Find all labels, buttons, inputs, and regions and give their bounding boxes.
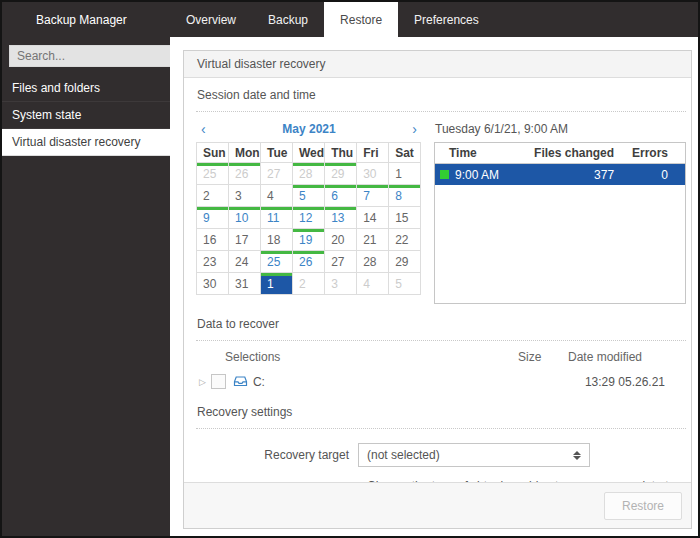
- weekday-tue: Tue: [261, 143, 293, 163]
- calendar-day-12[interactable]: 12: [293, 207, 325, 229]
- section-data-to-recover: Data to recover: [196, 307, 686, 341]
- calendar-week-row: 2526272829301: [197, 163, 421, 185]
- calendar-day-29[interactable]: 29: [389, 251, 421, 273]
- session-cell: 377: [515, 164, 618, 186]
- sidebar: Files and foldersSystem stateVirtual dis…: [2, 37, 170, 536]
- calendar-day-17[interactable]: 17: [229, 229, 261, 251]
- tab-bar: OverviewBackupRestorePreferences: [170, 2, 495, 37]
- session-panel: Tuesday 6/1/21, 9:00 AM TimeFiles change…: [434, 116, 686, 304]
- calendar-day-20[interactable]: 20: [325, 229, 357, 251]
- recovery-target-select[interactable]: (not selected): [358, 443, 590, 467]
- calendar-day-23[interactable]: 23: [197, 251, 229, 273]
- calendar-day-5[interactable]: 5: [293, 185, 325, 207]
- calendar-day-26[interactable]: 26: [293, 251, 325, 273]
- session-column-files-changed: Files changed: [515, 143, 618, 164]
- recovery-target-row: Recovery target (not selected): [196, 443, 686, 467]
- calendar-weekday-row: SunMonTueWedThuFriSat: [197, 143, 421, 163]
- panel-footer: Restore: [184, 482, 691, 528]
- calendar-week-row: 23242526272829: [197, 251, 421, 273]
- selection-checkbox[interactable]: [211, 374, 226, 389]
- sidebar-item-virtual-disaster-recovery[interactable]: Virtual disaster recovery: [2, 129, 170, 156]
- calendar-day-15[interactable]: 15: [389, 207, 421, 229]
- section-recovery-settings: Recovery settings: [196, 395, 686, 429]
- search-row: [2, 37, 170, 73]
- panel-body: Session date and time ‹ May 2021 › SunMo…: [184, 78, 691, 482]
- calendar-day-22[interactable]: 22: [389, 229, 421, 251]
- calendar-day-26: 26: [229, 163, 261, 185]
- tab-preferences[interactable]: Preferences: [398, 2, 495, 37]
- calendar-header: ‹ May 2021 ›: [196, 116, 422, 142]
- calendar-day-2: 2: [293, 273, 325, 295]
- session-cell: 9:00 AM: [435, 164, 515, 186]
- session-table: TimeFiles changedErrors 9:00 AM3770: [435, 143, 685, 185]
- calendar-table: SunMonTueWedThuFriSat 252627282930123456…: [196, 142, 421, 295]
- calendar-day-27[interactable]: 27: [325, 251, 357, 273]
- calendar-day-18[interactable]: 18: [261, 229, 293, 251]
- column-selections: Selections: [196, 350, 518, 364]
- calendar-next-icon[interactable]: ›: [412, 122, 417, 136]
- calendar-day-2[interactable]: 2: [197, 185, 229, 207]
- session-table-body: 9:00 AM3770: [435, 164, 685, 186]
- session-table-header: TimeFiles changedErrors: [435, 143, 685, 164]
- calendar-day-11[interactable]: 11: [261, 207, 293, 229]
- top-bar: Backup Manager OverviewBackupRestorePref…: [2, 2, 698, 37]
- calendar-day-25[interactable]: 25: [261, 251, 293, 273]
- recover-table-rows: ▷C:13:29 05.26.21: [196, 370, 686, 395]
- weekday-sat: Sat: [389, 143, 421, 163]
- calendar: ‹ May 2021 › SunMonTueWedThuFriSat 25262…: [196, 116, 422, 304]
- sidebar-item-system-state[interactable]: System state: [2, 102, 170, 129]
- calendar-day-6[interactable]: 6: [325, 185, 357, 207]
- calendar-day-30: 30: [357, 163, 389, 185]
- recover-row: ▷C:13:29 05.26.21: [196, 370, 686, 395]
- select-arrows-icon: [573, 451, 581, 460]
- calendar-day-4[interactable]: 4: [261, 185, 293, 207]
- backup-manager-window: Backup Manager OverviewBackupRestorePref…: [0, 0, 700, 538]
- calendar-day-16[interactable]: 16: [197, 229, 229, 251]
- calendar-day-30[interactable]: 30: [197, 273, 229, 295]
- calendar-day-8[interactable]: 8: [389, 185, 421, 207]
- calendar-day-24[interactable]: 24: [229, 251, 261, 273]
- calendar-day-31[interactable]: 31: [229, 273, 261, 295]
- search-input[interactable]: [9, 45, 180, 67]
- selected-session-label: Tuesday 6/1/21, 9:00 AM: [434, 116, 686, 142]
- calendar-day-27: 27: [261, 163, 293, 185]
- calendar-day-3[interactable]: 3: [229, 185, 261, 207]
- calendar-body: 2526272829301234567891011121314151617181…: [197, 163, 421, 295]
- calendar-day-9[interactable]: 9: [197, 207, 229, 229]
- calendar-day-28: 28: [293, 163, 325, 185]
- sidebar-item-files-and-folders[interactable]: Files and folders: [2, 75, 170, 102]
- calendar-prev-icon[interactable]: ‹: [201, 122, 206, 136]
- calendar-day-10[interactable]: 10: [229, 207, 261, 229]
- calendar-day-1[interactable]: 1: [261, 273, 293, 295]
- recover-table-header: Selections Size Date modified: [196, 341, 686, 370]
- calendar-day-19[interactable]: 19: [293, 229, 325, 251]
- calendar-week-row: 9101112131415: [197, 207, 421, 229]
- calendar-and-sessions: ‹ May 2021 › SunMonTueWedThuFriSat 25262…: [196, 116, 686, 304]
- tab-overview[interactable]: Overview: [170, 2, 252, 37]
- recovery-target-value: (not selected): [367, 448, 573, 462]
- expand-icon[interactable]: ▷: [199, 377, 206, 387]
- weekday-sun: Sun: [197, 143, 229, 163]
- weekday-mon: Mon: [229, 143, 261, 163]
- calendar-day-7[interactable]: 7: [357, 185, 389, 207]
- calendar-day-1[interactable]: 1: [389, 163, 421, 185]
- restore-button[interactable]: Restore: [604, 492, 682, 520]
- calendar-week-row: 303112345: [197, 273, 421, 295]
- app-title: Backup Manager: [2, 2, 168, 37]
- calendar-day-13[interactable]: 13: [325, 207, 357, 229]
- calendar-day-5: 5: [389, 273, 421, 295]
- session-row[interactable]: 9:00 AM3770: [435, 164, 685, 186]
- calendar-day-29: 29: [325, 163, 357, 185]
- weekday-thu: Thu: [325, 143, 357, 163]
- tab-backup[interactable]: Backup: [252, 2, 324, 37]
- recovery-target-label: Recovery target: [196, 448, 358, 462]
- tab-restore[interactable]: Restore: [324, 2, 398, 37]
- calendar-week-row: 16171819202122: [197, 229, 421, 251]
- calendar-day-21[interactable]: 21: [357, 229, 389, 251]
- calendar-day-28[interactable]: 28: [357, 251, 389, 273]
- session-table-box: TimeFiles changedErrors 9:00 AM3770: [434, 142, 686, 304]
- calendar-day-14[interactable]: 14: [357, 207, 389, 229]
- calendar-day-25: 25: [197, 163, 229, 185]
- calendar-month-title: May 2021: [282, 122, 335, 136]
- calendar-day-3: 3: [325, 273, 357, 295]
